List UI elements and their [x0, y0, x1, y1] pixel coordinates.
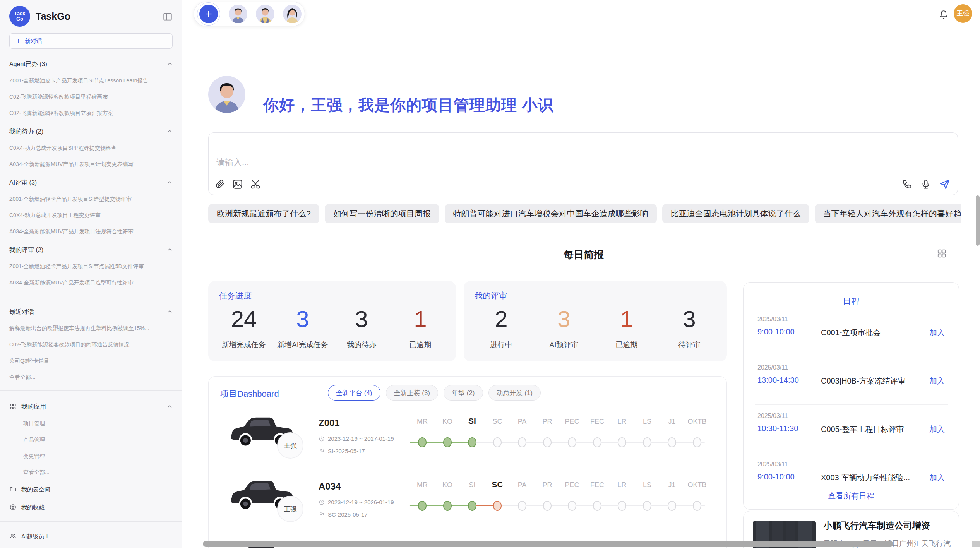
milestone-dot: [643, 437, 651, 447]
greeting-text: 你好，王强，我是你的项目管理助理 小识: [263, 94, 553, 116]
schedule-time: 9:00-10:00: [757, 327, 795, 336]
list-item[interactable]: 解释最新出台的欧盟报废车法规再生塑料比例被调至15%...: [9, 325, 173, 331]
agent-avatar[interactable]: [229, 5, 247, 23]
tab-powertrain[interactable]: 动总开发 (1): [488, 385, 541, 401]
list-item[interactable]: C02-飞腾新能源轻客改款项目立项汇报方案: [9, 110, 173, 116]
milestone-label: PEC: [565, 418, 579, 426]
join-button[interactable]: 加入: [929, 327, 945, 338]
stat-value: 3: [533, 305, 595, 334]
schedule-item: 2025/03/11 10:30-11:30 C005-整车工程目标评审 加入: [744, 413, 959, 451]
agent-avatar[interactable]: [256, 5, 274, 23]
schedule-date: 2025/03/11: [757, 364, 788, 371]
list-item[interactable]: Z001-全新燃油轻卡产品开发项目SI节点属性5D文件评审: [9, 264, 173, 269]
sidebar-item-project-mgmt[interactable]: 项目管理: [23, 421, 173, 426]
chevron-up-icon: [167, 61, 173, 67]
join-button[interactable]: 加入: [929, 473, 945, 483]
schedule-item: 2025/03/11 13:00-14:30 C003|H0B-方案冻结评审 加…: [744, 364, 959, 403]
view-all-link[interactable]: 查看全部...: [23, 469, 173, 475]
suggestion-chip[interactable]: 欧洲新规最近颁布了什么?: [208, 204, 319, 223]
schedule-date: 2025/03/11: [757, 413, 788, 420]
chevron-up-icon: [167, 309, 173, 315]
suggestion-chip[interactable]: 如何写一份清晰的项目周报: [325, 204, 439, 223]
phone-icon[interactable]: [902, 179, 913, 190]
milestone-dot: [493, 437, 502, 447]
milestone-dot-overdue: [493, 501, 502, 511]
new-chat-label: 新对话: [25, 38, 42, 45]
list-item[interactable]: C0X4-动力总成开发项目工程变更评审: [9, 212, 173, 218]
milestone-dot: [443, 501, 452, 511]
milestone-label-current: SC: [492, 480, 503, 489]
chevron-up-icon: [167, 247, 173, 253]
milestone-dot: [543, 437, 552, 447]
list-item[interactable]: C02-飞腾新能源轻客改款项目里程碑画布: [9, 94, 173, 100]
list-item[interactable]: Z001-全新燃油轻卡产品开发项目SI造型提交物评审: [9, 196, 173, 202]
section-header-agent-done[interactable]: Agent已办 (3): [9, 61, 173, 67]
view-all-schedule-link[interactable]: 查看所有日程: [744, 491, 959, 501]
list-item[interactable]: A034-全新新能源MUV产品开发项目造型可行性评审: [9, 280, 173, 286]
sidebar-item-change-mgmt[interactable]: 变更管理: [23, 453, 173, 459]
my-review-card: 我的评审 2进行中 3AI预评审 1已逾期 3待评审: [464, 281, 727, 361]
suggestion-chip[interactable]: 比亚迪全固态电池计划具体说了什么: [662, 204, 809, 223]
owner-avatar: 王强: [277, 496, 303, 522]
list-item[interactable]: C02-飞腾新能源轻客改款项目的闭环通告反馈情况: [9, 342, 173, 348]
horizontal-scrollbar[interactable]: [203, 541, 893, 547]
milestone-date: SC-2025-05-17: [328, 511, 368, 518]
clock-icon: [319, 499, 325, 505]
sidebar-item-favorites[interactable]: 我的收藏: [9, 503, 173, 511]
sidebar-item-product-mgmt[interactable]: 产品管理: [23, 437, 173, 443]
suggestion-chip[interactable]: 特朗普可能对进口汽车增税会对中国车企造成哪些影响: [445, 204, 657, 223]
new-chat-button[interactable]: 新对话: [9, 33, 173, 49]
tab-model-year[interactable]: 年型 (2): [444, 385, 483, 401]
chevron-up-icon: [167, 128, 173, 134]
section-header-my-review[interactable]: 我的评审 (2): [9, 247, 173, 253]
schedule-time: 9:00-10:00: [757, 473, 795, 481]
list-item[interactable]: A034-全新新能源MUV产品开发项目计划变更表编写: [9, 161, 173, 167]
notification-bell-icon[interactable]: [938, 9, 949, 20]
view-all-link[interactable]: 查看全部...: [9, 374, 173, 380]
section-header-ai-review[interactable]: AI评审 (3): [9, 179, 173, 186]
join-button[interactable]: 加入: [929, 424, 945, 435]
milestone-label: SI: [469, 481, 475, 489]
suggestion-chip[interactable]: 当下年轻人对汽车外观有怎样的喜好趋势: [815, 204, 961, 223]
project-code: A034: [319, 481, 341, 492]
new-session-button[interactable]: [197, 2, 220, 26]
divider: [0, 390, 182, 391]
stat-label: AI预评审: [533, 340, 595, 350]
section-header-recent-chats[interactable]: 最近对话: [9, 308, 173, 315]
attachment-icon[interactable]: [214, 178, 226, 190]
sidebar-item-cloud-space[interactable]: 我的云空间: [9, 486, 173, 493]
image-icon[interactable]: [232, 178, 243, 190]
list-item[interactable]: A034-全新新能源MUV产品开发项目法规符合性评审: [9, 229, 173, 235]
agent-avatar[interactable]: [283, 5, 302, 23]
tab-new-platform[interactable]: 全新平台 (4): [328, 385, 380, 401]
list-item[interactable]: 公司Q3轻卡销量: [9, 358, 173, 364]
send-icon[interactable]: [939, 178, 951, 190]
section-header-my-apps[interactable]: 我的应用: [9, 403, 173, 410]
chevron-up-icon: [167, 180, 173, 185]
layout-grid-icon[interactable]: [937, 248, 947, 259]
user-avatar[interactable]: 王强: [954, 4, 972, 23]
schedule-date: 2025/03/11: [757, 461, 788, 468]
tab-new-body[interactable]: 全新上装 (3): [386, 385, 439, 401]
vertical-scrollbar[interactable]: [976, 195, 980, 246]
grid-icon: [9, 403, 17, 410]
section-title: AI评审 (3): [9, 179, 37, 186]
star-circle-icon: [9, 503, 17, 511]
project-row[interactable]: 王强 Z001 2023-12-19 ~ 2027-01-19 SI-2025-…: [209, 406, 727, 469]
folder-icon: [9, 486, 17, 493]
join-button[interactable]: 加入: [929, 376, 945, 386]
microphone-icon[interactable]: [920, 179, 931, 190]
stat-value: 1: [595, 305, 658, 334]
message-input[interactable]: 请输入...: [208, 132, 958, 195]
list-item[interactable]: C0X4-动力总成开发项目SI里程碑提交物检查: [9, 145, 173, 151]
project-row[interactable]: 王强 A034 2023-12-19 ~ 2026-01-19 SC-2025-…: [209, 469, 727, 533]
stat-label: 待评审: [658, 340, 721, 350]
plus-icon: [199, 5, 218, 23]
divider: [755, 404, 948, 405]
section-title: 我的应用: [21, 403, 162, 410]
scissors-icon[interactable]: [250, 178, 261, 190]
sidebar-collapse-icon[interactable]: [163, 12, 173, 22]
section-header-my-todo[interactable]: 我的待办 (2): [9, 128, 173, 135]
list-item[interactable]: Z001-全新燃油皮卡产品开发项目SI节点Lesson Learn报告: [9, 78, 173, 84]
sidebar-item-ai-staff[interactable]: AI超级员工: [9, 533, 173, 540]
